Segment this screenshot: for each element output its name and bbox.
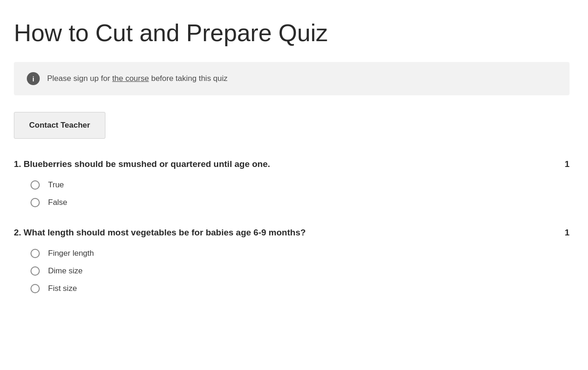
option-item-2-2[interactable]: Dime size <box>31 266 570 276</box>
contact-teacher-button[interactable]: Contact Teacher <box>14 112 105 139</box>
radio-2-1[interactable] <box>31 249 40 258</box>
option-item-2-1[interactable]: Finger length <box>31 249 570 258</box>
page-title: How to Cut and Prepare Quiz <box>14 18 570 47</box>
questions-container: 1. Blueberries should be smushed or quar… <box>14 159 570 293</box>
question-block-2: 2. What length should most vegetables be… <box>14 228 570 293</box>
question-header-2: 2. What length should most vegetables be… <box>14 228 570 238</box>
info-banner: i Please sign up for the course before t… <box>14 62 570 95</box>
question-text-2: 2. What length should most vegetables be… <box>14 228 306 238</box>
radio-2-2[interactable] <box>31 266 40 276</box>
option-label-2-2: Dime size <box>48 266 83 276</box>
options-list-2: Finger lengthDime sizeFist size <box>14 249 570 293</box>
question-points-2: 1 <box>555 228 570 238</box>
info-icon: i <box>27 72 40 85</box>
option-item-1-2[interactable]: False <box>31 198 570 207</box>
radio-2-3[interactable] <box>31 284 40 293</box>
option-label-1-1: True <box>48 180 64 190</box>
option-item-2-3[interactable]: Fist size <box>31 284 570 293</box>
question-header-1: 1. Blueberries should be smushed or quar… <box>14 159 570 169</box>
question-text-1: 1. Blueberries should be smushed or quar… <box>14 159 270 169</box>
course-link[interactable]: the course <box>112 74 149 83</box>
question-points-1: 1 <box>555 159 570 169</box>
radio-1-2[interactable] <box>31 198 40 207</box>
question-block-1: 1. Blueberries should be smushed or quar… <box>14 159 570 207</box>
option-label-1-2: False <box>48 198 67 207</box>
options-list-1: TrueFalse <box>14 180 570 207</box>
option-item-1-1[interactable]: True <box>31 180 570 190</box>
option-label-2-3: Fist size <box>48 284 77 293</box>
radio-1-1[interactable] <box>31 180 40 190</box>
info-banner-text: Please sign up for the course before tak… <box>47 74 227 83</box>
option-label-2-1: Finger length <box>48 249 94 258</box>
